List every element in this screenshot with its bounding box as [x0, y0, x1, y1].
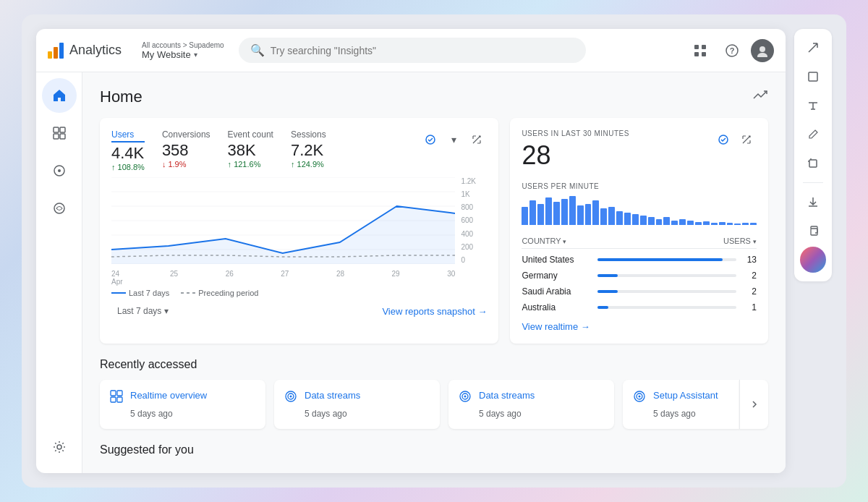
outer-wrapper: Analytics All accounts > Supademo My Web…: [22, 14, 846, 488]
header: Analytics All accounts > Supademo My Web…: [36, 29, 786, 72]
toolbar-crop-button[interactable]: [800, 150, 826, 176]
metric-sessions-value: 7.2K: [291, 141, 326, 160]
search-input[interactable]: [271, 45, 574, 56]
main-window: Analytics All accounts > Supademo My Web…: [36, 29, 786, 473]
svg-rect-44: [811, 229, 817, 235]
mini-bar: [742, 223, 749, 225]
realtime-count: 28: [522, 140, 713, 171]
metric-sessions[interactable]: Sessions 7.2K ↑ 124.9%: [291, 129, 326, 169]
mini-bar: [616, 211, 623, 225]
sidebar: [36, 72, 82, 473]
realtime-footer: View realtime →: [522, 321, 757, 332]
logo-bar-1: [48, 51, 52, 59]
metric-event-count-change: ↑ 121.6%: [228, 160, 273, 169]
setup-title: Setup Assistant: [653, 390, 718, 401]
metric-users[interactable]: Users 4.4K ↑ 108.8%: [111, 129, 145, 171]
realtime-overview-icon: [110, 390, 124, 404]
metric-conversions[interactable]: Conversions 358 ↓ 1.9%: [162, 129, 210, 169]
recent-card-datastreams1[interactable]: Data streams 5 days ago: [274, 380, 440, 429]
sidebar-item-advertising[interactable]: [42, 191, 77, 226]
mini-bar: [711, 223, 718, 225]
country-row-au: Australia 1: [522, 299, 757, 315]
mini-bar: [663, 217, 670, 225]
realtime-card: USERS IN LAST 30 MINUTES 28: [510, 118, 768, 344]
metric-event-count[interactable]: Event count 38K ↑ 121.6%: [228, 129, 273, 169]
legend-last7days: Last 7 days: [111, 289, 169, 297]
toolbar-pen-button[interactable]: [800, 122, 826, 148]
metric-users-value: 4.4K: [111, 144, 145, 163]
recent-card-setup[interactable]: Setup Assistant 5 days ago: [623, 380, 739, 429]
page-title: Home: [100, 88, 142, 106]
realtime-customize-button[interactable]: [713, 129, 733, 150]
right-toolbar: [794, 29, 832, 281]
toolbar-arrow-button[interactable]: [800, 35, 826, 61]
search-icon: 🔍: [250, 43, 265, 57]
svg-rect-8: [54, 127, 59, 132]
toolbar-text-button[interactable]: [800, 93, 826, 119]
sidebar-item-reports[interactable]: [42, 116, 77, 150]
chart-customize-button[interactable]: [420, 129, 441, 150]
account-selector[interactable]: All accounts > Supademo My Website ▾: [136, 38, 230, 63]
metric-conversions-value: 358: [162, 141, 210, 160]
mini-bar: [545, 197, 552, 225]
mini-bar: [695, 222, 702, 225]
mini-bar: [648, 217, 655, 225]
date-range-button[interactable]: Last 7 days ▾: [111, 303, 174, 319]
realtime-expand-button[interactable]: [736, 129, 757, 150]
user-avatar[interactable]: [751, 39, 774, 62]
toolbar-download-button[interactable]: [800, 189, 826, 215]
realtime-overview-title: Realtime overview: [130, 390, 207, 401]
users-header: USERS ▾: [723, 237, 757, 245]
svg-point-35: [464, 396, 467, 398]
toolbar-user-avatar[interactable]: [800, 247, 826, 273]
search-bar[interactable]: 🔍: [239, 38, 586, 63]
mini-bar: [522, 207, 528, 225]
chart-expand-button[interactable]: [467, 129, 487, 150]
main-content: Home User: [82, 72, 786, 473]
view-reports-link[interactable]: View reports snapshot →: [382, 306, 487, 317]
recent-card-realtime[interactable]: Realtime overview 5 days ago: [100, 380, 265, 429]
toolbar-rect-button[interactable]: [800, 64, 826, 90]
sidebar-item-explore[interactable]: [42, 153, 77, 188]
svg-point-6: [760, 46, 765, 52]
account-name: My Website ▾: [142, 49, 224, 60]
svg-point-14: [54, 203, 64, 213]
mini-bar: [719, 222, 726, 225]
mini-bar: [687, 221, 694, 225]
trend-icon[interactable]: [752, 87, 768, 106]
toolbar-copy-button[interactable]: [800, 218, 826, 244]
svg-text:?: ?: [730, 46, 735, 55]
svg-rect-27: [117, 391, 122, 396]
suggested-title: Suggested for you: [100, 443, 768, 456]
toolbar-divider: [803, 182, 823, 183]
chart-svg: [111, 177, 455, 264]
svg-rect-26: [111, 391, 116, 396]
legend-preceding: Preceding period: [181, 289, 258, 297]
metric-users-change: ↑ 108.8%: [111, 163, 145, 171]
svg-rect-2: [694, 52, 699, 56]
legend-dashed-line: [181, 292, 195, 294]
settings-button[interactable]: [42, 430, 77, 464]
cards-row: Users 4.4K ↑ 108.8% Conversions 358 ↓ 1.…: [100, 118, 768, 344]
recently-accessed-title: Recently accessed: [100, 358, 768, 371]
mini-bar: [727, 223, 733, 225]
svg-point-15: [57, 445, 61, 449]
mini-bar: [679, 219, 686, 225]
view-realtime-link[interactable]: View realtime →: [522, 321, 757, 332]
svg-rect-3: [702, 52, 706, 56]
recently-nav-button[interactable]: [739, 380, 768, 429]
sidebar-bottom: [42, 430, 77, 473]
apps-button[interactable]: [687, 38, 713, 64]
mini-bar: [671, 221, 678, 225]
chart-container: 1.2K 1K 800 600 400 200 0: [111, 177, 487, 264]
chart-dropdown-button[interactable]: ▾: [443, 129, 464, 150]
sidebar-item-home[interactable]: [42, 78, 77, 113]
app-title: Analytics: [69, 43, 122, 58]
svg-rect-29: [117, 397, 122, 402]
help-button[interactable]: ?: [719, 38, 745, 64]
svg-point-38: [639, 396, 641, 398]
metric-event-count-value: 38K: [228, 141, 273, 160]
recent-card-datastreams2[interactable]: Data streams 5 days ago: [448, 380, 614, 429]
mini-bar: [600, 208, 607, 225]
svg-point-13: [58, 169, 61, 172]
